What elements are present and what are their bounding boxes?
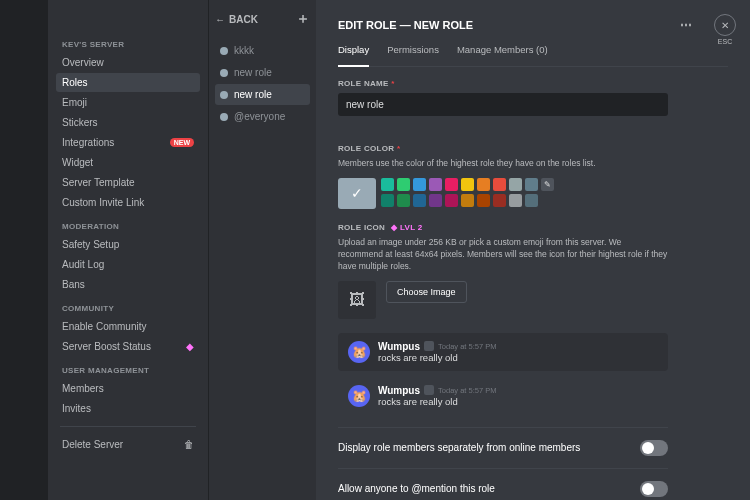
role-color-help: Members use the color of the highest rol… bbox=[338, 158, 668, 170]
color-swatch[interactable] bbox=[461, 194, 474, 207]
role-chip-icon bbox=[424, 341, 434, 351]
role-name-input[interactable] bbox=[338, 93, 668, 116]
color-swatch[interactable] bbox=[397, 178, 410, 191]
color-swatch[interactable] bbox=[445, 194, 458, 207]
color-swatch[interactable] bbox=[509, 178, 522, 191]
avatar: 🐹 bbox=[348, 341, 370, 363]
sidebar-stickers[interactable]: Stickers bbox=[56, 113, 200, 132]
color-swatch[interactable] bbox=[493, 178, 506, 191]
back-button[interactable]: ←BACK bbox=[215, 14, 258, 25]
role-icon-help: Upload an image under 256 KB or pick a c… bbox=[338, 237, 668, 273]
avatar: 🐹 bbox=[348, 385, 370, 407]
eyedropper-icon[interactable]: ✎ bbox=[541, 178, 554, 191]
color-swatch[interactable] bbox=[525, 178, 538, 191]
sidebar-custom-invite[interactable]: Custom Invite Link bbox=[56, 193, 200, 212]
trash-icon: 🗑 bbox=[184, 439, 194, 450]
color-swatch[interactable] bbox=[461, 178, 474, 191]
color-swatch[interactable] bbox=[381, 194, 394, 207]
color-swatch[interactable] bbox=[477, 194, 490, 207]
color-swatch[interactable] bbox=[493, 194, 506, 207]
sidebar-enable-community[interactable]: Enable Community bbox=[56, 317, 200, 336]
sidebar-safety[interactable]: Safety Setup bbox=[56, 235, 200, 254]
display-separately-label: Display role members separately from onl… bbox=[338, 442, 580, 453]
sidebar-delete-server[interactable]: Delete Server🗑 bbox=[56, 435, 200, 454]
color-swatch[interactable] bbox=[445, 178, 458, 191]
sidebar-emoji[interactable]: Emoji bbox=[56, 93, 200, 112]
color-swatch[interactable] bbox=[413, 194, 426, 207]
moderation-heading: MODERATION bbox=[62, 222, 200, 231]
default-color-swatch[interactable]: ✓ bbox=[338, 178, 376, 209]
color-swatch[interactable] bbox=[429, 178, 442, 191]
edit-role-title: EDIT ROLE — NEW ROLE bbox=[338, 19, 473, 31]
edit-role-main: ✕ ESC EDIT ROLE — NEW ROLE ⋯ Display Per… bbox=[316, 0, 750, 500]
close-icon: ✕ bbox=[714, 14, 736, 36]
display-separately-toggle[interactable] bbox=[640, 440, 668, 456]
roles-list-panel: ←BACK ＋ kkkk new role new role @everyone bbox=[208, 0, 316, 500]
new-badge: NEW bbox=[170, 138, 194, 147]
role-chip-icon bbox=[424, 385, 434, 395]
role-icon-label: ROLE ICON◆ LVL 2 bbox=[338, 223, 728, 232]
choose-image-button[interactable]: Choose Image bbox=[386, 281, 467, 303]
role-name-label: ROLE NAME * bbox=[338, 79, 728, 88]
guilds-column bbox=[0, 0, 48, 500]
allow-mention-toggle[interactable] bbox=[640, 481, 668, 497]
role-item[interactable]: new role bbox=[215, 62, 310, 83]
more-icon[interactable]: ⋯ bbox=[680, 18, 692, 32]
color-swatch[interactable] bbox=[429, 194, 442, 207]
tab-permissions[interactable]: Permissions bbox=[387, 44, 439, 67]
user-mgmt-heading: USER MANAGEMENT bbox=[62, 366, 200, 375]
community-heading: COMMUNITY bbox=[62, 304, 200, 313]
message-preview: 🐹 Wumpus Today at 5:57 PM rocks are real… bbox=[338, 333, 668, 371]
tab-display[interactable]: Display bbox=[338, 44, 369, 67]
color-swatch[interactable] bbox=[525, 194, 538, 207]
sidebar-boost-status[interactable]: Server Boost Status◆ bbox=[56, 337, 200, 356]
tabs: Display Permissions Manage Members (0) bbox=[338, 44, 728, 67]
sidebar-bans[interactable]: Bans bbox=[56, 275, 200, 294]
close-button[interactable]: ✕ ESC bbox=[714, 14, 736, 45]
add-role-button[interactable]: ＋ bbox=[296, 10, 310, 28]
tab-members[interactable]: Manage Members (0) bbox=[457, 44, 548, 67]
sidebar-invites[interactable]: Invites bbox=[56, 399, 200, 418]
sidebar-members[interactable]: Members bbox=[56, 379, 200, 398]
settings-sidebar: KEV'S SERVER Overview Roles Emoji Sticke… bbox=[48, 0, 208, 500]
sidebar-server-template[interactable]: Server Template bbox=[56, 173, 200, 192]
color-swatch[interactable] bbox=[477, 178, 490, 191]
lvl-badge: ◆ LVL 2 bbox=[391, 223, 422, 232]
boost-icon: ◆ bbox=[186, 341, 194, 352]
color-swatch[interactable] bbox=[397, 194, 410, 207]
server-name-heading: KEV'S SERVER bbox=[62, 40, 200, 49]
sidebar-integrations[interactable]: IntegrationsNEW bbox=[56, 133, 200, 152]
sidebar-roles[interactable]: Roles bbox=[56, 73, 200, 92]
role-icon-preview[interactable]: 🖼 bbox=[338, 281, 376, 319]
sidebar-audit-log[interactable]: Audit Log bbox=[56, 255, 200, 274]
arrow-left-icon: ← bbox=[215, 14, 225, 25]
sidebar-overview[interactable]: Overview bbox=[56, 53, 200, 72]
role-item[interactable]: @everyone bbox=[215, 106, 310, 127]
allow-mention-label: Allow anyone to @mention this role bbox=[338, 483, 495, 494]
sidebar-widget[interactable]: Widget bbox=[56, 153, 200, 172]
role-item[interactable]: new role bbox=[215, 84, 310, 105]
role-item[interactable]: kkkk bbox=[215, 40, 310, 61]
color-swatch[interactable] bbox=[381, 178, 394, 191]
role-color-label: ROLE COLOR * bbox=[338, 144, 728, 153]
color-swatch[interactable] bbox=[413, 178, 426, 191]
color-swatch[interactable] bbox=[509, 194, 522, 207]
message-preview: 🐹 Wumpus Today at 5:57 PM rocks are real… bbox=[338, 377, 668, 415]
